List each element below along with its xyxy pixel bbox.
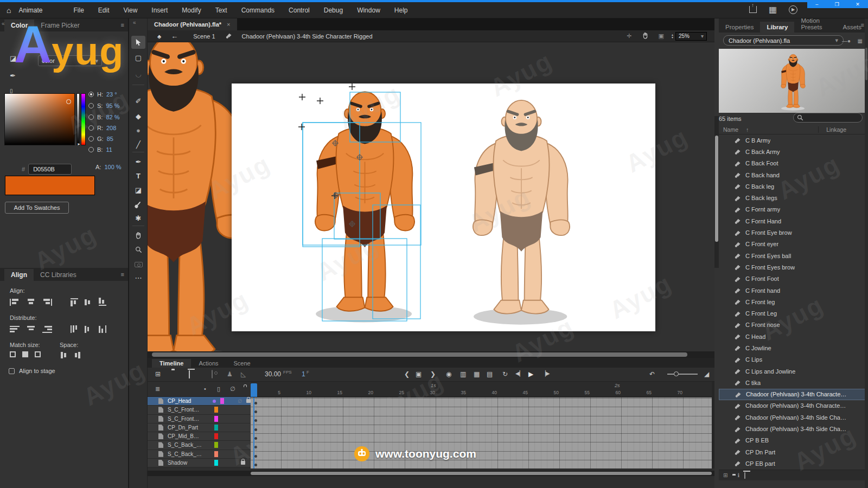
column-name[interactable]: Name (723, 126, 738, 133)
align-bottom-icon[interactable] (99, 298, 106, 306)
library-item-row[interactable]: C Front Eyes ball (719, 250, 868, 261)
library-item-row[interactable]: C tika (719, 377, 868, 388)
canvas[interactable] (148, 42, 714, 351)
layer-lock-icon[interactable] (246, 399, 251, 403)
library-item-row[interactable]: C Back Army (719, 146, 868, 157)
dist-top-icon[interactable] (10, 326, 20, 333)
panel-menu-icon[interactable]: ≡ (121, 22, 124, 28)
b-radio[interactable] (88, 114, 94, 120)
space-horizontal-icon[interactable] (75, 351, 82, 359)
layer-row[interactable]: Shadow ∅ (148, 459, 251, 467)
edit-multiple-frames-icon[interactable]: ▦ (474, 370, 480, 378)
g-radio[interactable] (88, 136, 94, 142)
loop-icon[interactable]: ↻ (502, 370, 508, 378)
step-forward-icon[interactable]: ▕▶ (541, 370, 550, 376)
menu-item[interactable]: Edit (91, 7, 117, 14)
layer-row[interactable]: CP_Head ∅ (148, 397, 251, 406)
color-picker-marker[interactable] (66, 99, 71, 104)
layer-row[interactable]: CP_Dn_Part ∅ (148, 423, 251, 432)
menu-item[interactable]: Window (350, 7, 387, 14)
layer-name[interactable]: CP_Mid_B… (168, 433, 214, 439)
r-radio[interactable] (88, 125, 94, 131)
outline-column-icon[interactable]: ▯ (217, 386, 220, 393)
timeline-hscrollbar[interactable] (148, 471, 714, 476)
library-item-row[interactable]: C Lips (719, 354, 868, 365)
layer-row[interactable]: S_C_Front… ∅ (148, 406, 251, 414)
library-item-row[interactable]: C Front Eyes brow (719, 261, 868, 273)
workspace-icon[interactable]: ▦ (769, 4, 777, 15)
hue-strip[interactable] (81, 93, 86, 145)
layer-row[interactable]: S_C_Back_… ∅ (148, 450, 251, 459)
show-parenting-icon[interactable]: ♟ (227, 370, 233, 378)
layer-name[interactable]: S_C_Back_… (168, 451, 214, 457)
library-item-row[interactable]: C Back leg (719, 181, 868, 192)
more-tools-button[interactable]: ⋯ (131, 271, 145, 284)
library-item-row[interactable]: C Head (719, 331, 868, 342)
dist-vcenter-icon[interactable] (26, 326, 36, 333)
layer-name[interactable]: Shadow (168, 460, 214, 466)
line-tool[interactable]: ╱ (131, 138, 145, 151)
menu-item[interactable]: Control (282, 7, 317, 14)
layer-color-swatch[interactable] (214, 460, 218, 466)
panel-menu-icon[interactable]: ≡ (121, 271, 124, 278)
library-item-row[interactable]: Chadoor (Pehlvaan) 3-4th Side Cha… (719, 412, 868, 423)
tab-actions[interactable]: Actions (191, 359, 226, 368)
frame-rate-value[interactable]: 30.00 (265, 370, 281, 378)
b2-value[interactable]: 11 (106, 146, 112, 153)
align-left-icon[interactable] (10, 299, 20, 306)
layer-color-swatch[interactable] (214, 416, 218, 422)
sort-ascending-icon[interactable]: ↑ (746, 126, 749, 133)
camera-tool[interactable] (131, 258, 145, 271)
h-value[interactable]: 23 ° (106, 91, 117, 98)
visibility-column-icon[interactable]: ∅ (230, 386, 235, 393)
pin-library-icon[interactable]: —● (842, 38, 851, 44)
home-icon[interactable]: ⌂ (7, 6, 11, 15)
menu-item[interactable]: Debug (317, 7, 350, 14)
timeline-zoom-slider[interactable] (667, 370, 698, 378)
menu-item[interactable]: View (117, 7, 145, 14)
tab-cc-libraries[interactable]: CC Libraries (34, 269, 83, 281)
flatten-frames-icon[interactable]: ▤ (487, 370, 493, 378)
align-to-stage-checkbox[interactable] (9, 368, 15, 374)
layer-color-swatch[interactable] (214, 433, 218, 439)
tab-scene[interactable]: Scene (226, 359, 258, 368)
restore-button[interactable]: ❐ (835, 2, 839, 7)
library-item-row[interactable]: CP EB part (719, 458, 868, 469)
pen-tool[interactable]: ✒ (131, 155, 145, 168)
asset-warp-tool[interactable]: ✱ (131, 211, 145, 224)
step-back-icon[interactable]: ◀▏ (515, 370, 524, 376)
menu-item[interactable]: File (67, 7, 91, 14)
color-type-dropdown[interactable]: color▾ (38, 55, 102, 66)
eraser-tool[interactable]: ◆ (131, 110, 145, 123)
library-item-row[interactable]: Chadoor (Pehlvaan) 3-4th Side Cha… (719, 423, 868, 434)
item-properties-icon[interactable]: ℹ (737, 472, 739, 478)
dist-right-icon[interactable] (99, 325, 106, 333)
library-item-row[interactable]: C Front Leg (719, 307, 868, 319)
library-item-row[interactable]: C Front nose (719, 319, 868, 331)
hand-tool[interactable] (131, 229, 145, 242)
zoom-stepper[interactable]: ▴▾ (672, 34, 673, 39)
dist-hcenter-icon[interactable] (85, 325, 92, 333)
column-linkage[interactable]: Linkage (818, 126, 846, 133)
tab-properties[interactable]: Properties (719, 22, 760, 33)
library-item-row[interactable]: Chadoor (Pehlvaan) 3-4th Characte… (719, 389, 868, 400)
close-document-icon[interactable]: × (227, 21, 230, 28)
tab-library[interactable]: Library (760, 22, 794, 33)
library-item-row[interactable]: C Lips and Jowline (719, 365, 868, 377)
library-item-row[interactable]: C Back Foot (719, 158, 868, 169)
dist-bottom-icon[interactable] (42, 326, 52, 333)
panel-menu-icon[interactable]: ≡ (861, 22, 864, 28)
layer-name[interactable]: CP_Head (168, 398, 213, 404)
lasso-tool[interactable]: ◡ (131, 67, 145, 80)
layer-name[interactable]: CP_Dn_Part (168, 425, 214, 431)
hand-mode-icon[interactable] (642, 32, 649, 40)
layer-visibility-icon[interactable]: ∅ (238, 399, 246, 404)
hex-input[interactable]: D0550B (28, 164, 72, 175)
fill-color-icon[interactable]: ◪ (10, 54, 16, 62)
layer-color-swatch[interactable] (214, 451, 218, 457)
layer-name[interactable]: S_C_Front… (168, 416, 214, 422)
library-item-row[interactable]: CP Dn Part (719, 446, 868, 458)
align-top-icon[interactable] (71, 298, 78, 306)
tab-frame-picker[interactable]: Frame Picker (34, 20, 86, 31)
library-item-row[interactable]: C Front hand (719, 285, 868, 296)
